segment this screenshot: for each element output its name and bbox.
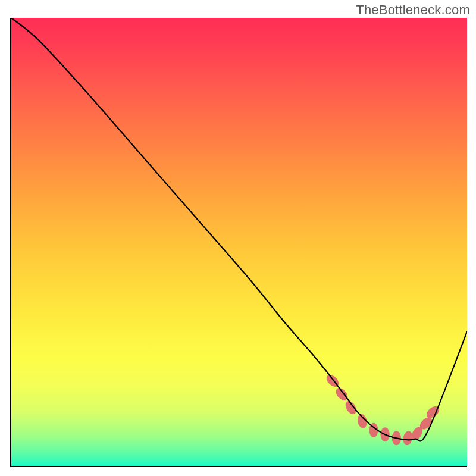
plot-area <box>10 18 467 467</box>
chart-frame: TheBottleneck.com <box>0 0 476 476</box>
plot-wrap <box>10 18 467 467</box>
marker-dot <box>343 399 359 416</box>
watermark-label: TheBottleneck.com <box>356 2 470 18</box>
curve-path <box>11 18 467 441</box>
marker-dot <box>402 430 414 446</box>
marker-dot <box>334 386 350 402</box>
markers-group <box>324 372 441 446</box>
chart-overlay <box>11 18 467 466</box>
